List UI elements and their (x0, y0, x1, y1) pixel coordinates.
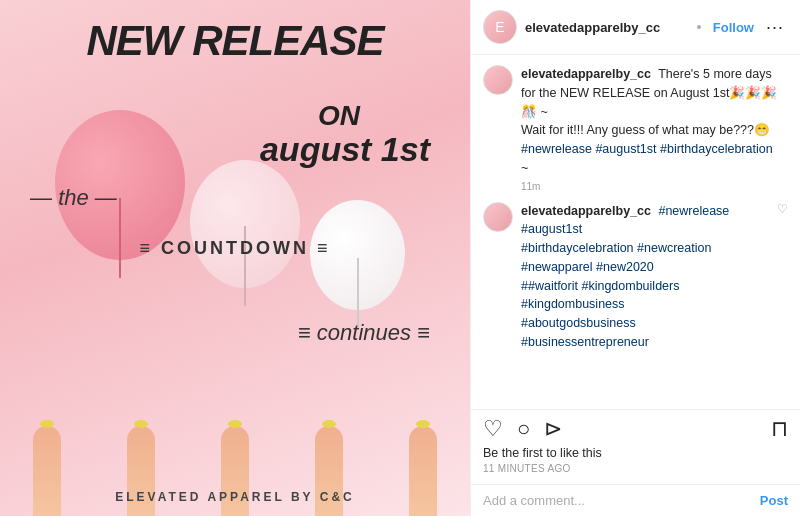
balloon-light-pink (190, 160, 300, 288)
post-image: NEW RELEASE ON august 1st the COUNTDOWN … (0, 0, 470, 516)
comment-2-text: elevatedapparelby_cc #newrelease #august… (521, 202, 769, 352)
header-username[interactable]: elevatedapparelby_cc (525, 20, 685, 35)
comment-1-text: elevatedapparelby_cc There's 5 more days… (521, 65, 788, 178)
comment-1-username[interactable]: elevatedapparelby_cc (521, 67, 651, 81)
likes-text: Be the first to like this (483, 446, 788, 460)
comment-1-body: elevatedapparelby_cc There's 5 more days… (521, 65, 788, 192)
comment-2: elevatedapparelby_cc #newrelease #august… (483, 202, 788, 352)
image-countdown: COUNTDOWN (139, 238, 330, 259)
right-panel: E elevatedapparelby_cc Follow ··· elevat… (470, 0, 800, 516)
more-options-button[interactable]: ··· (762, 17, 788, 38)
comment-2-avatar[interactable] (483, 202, 513, 232)
comment-icon[interactable]: ○ (517, 418, 530, 440)
brand-text: ELEVATED APPAREL BY C&C (0, 490, 470, 504)
bookmark-icon[interactable]: ⊓ (771, 418, 788, 440)
comments-area: elevatedapparelby_cc There's 5 more days… (471, 55, 800, 409)
header-avatar[interactable]: E (483, 10, 517, 44)
hashtag-birthday[interactable]: #birthdaycelebration (660, 142, 773, 156)
separator-dot (697, 25, 701, 29)
add-comment-bar: Post (471, 484, 800, 516)
image-on: ON (318, 100, 360, 132)
image-title: NEW RELEASE (0, 20, 470, 62)
actions-bar: ♡ ○ ⊳ ⊓ Be the first to like this 11 MIN… (471, 409, 800, 484)
post-timestamp: 11 MINUTES AGO (483, 463, 788, 474)
image-continues: continues (298, 320, 430, 346)
like-icon[interactable]: ♡ (483, 418, 503, 440)
post-comment-button[interactable]: Post (760, 493, 788, 508)
comment-2-username[interactable]: elevatedapparelby_cc (521, 204, 651, 218)
image-the: the (30, 185, 117, 211)
comment-1: elevatedapparelby_cc There's 5 more days… (483, 65, 788, 192)
comment-1-avatar[interactable] (483, 65, 513, 95)
hashtag-august1st[interactable]: #august1st (595, 142, 656, 156)
hashtag-newrelease[interactable]: #newrelease (521, 142, 592, 156)
avatar-initials: E (495, 19, 504, 35)
follow-button[interactable]: Follow (713, 20, 754, 35)
action-icons-row: ♡ ○ ⊳ ⊓ (483, 418, 788, 440)
comment-2-like-icon[interactable]: ♡ (777, 202, 788, 216)
post-header: E elevatedapparelby_cc Follow ··· (471, 0, 800, 55)
comment-2-body: elevatedapparelby_cc #newrelease #august… (521, 202, 769, 352)
comment-1-time: 11m (521, 181, 788, 192)
comment-input[interactable] (483, 493, 752, 508)
image-date: august 1st (260, 130, 430, 169)
share-icon[interactable]: ⊳ (544, 418, 562, 440)
